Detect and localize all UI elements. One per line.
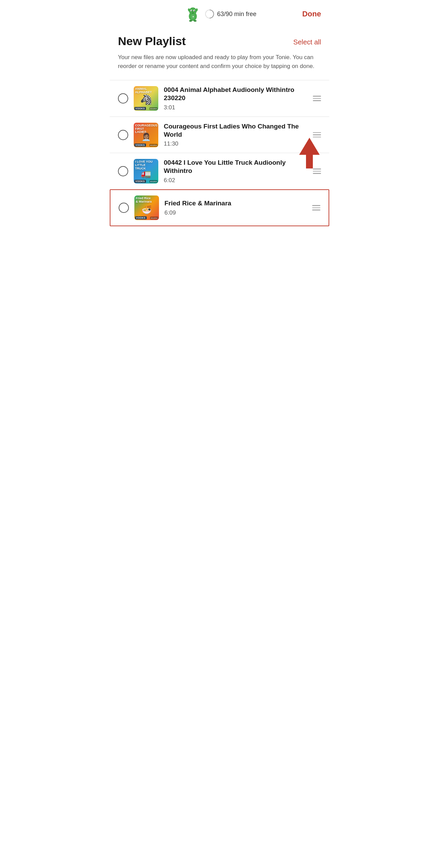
timer-text: 63/90 min free xyxy=(217,11,256,18)
select-all-button[interactable]: Select all xyxy=(293,37,321,48)
app-header: ★ 63/90 min free Done xyxy=(110,0,329,27)
track-duration: 6:02 xyxy=(164,177,307,184)
playlist-item: ANIMALALPHABET 🦓 VOOKS storytime 0004 An… xyxy=(110,80,329,117)
track-info: Fried Rice & Marinara 6:09 xyxy=(164,199,307,216)
track-select-radio[interactable] xyxy=(119,203,129,213)
playlist: ANIMALALPHABET 🦓 VOOKS storytime 0004 An… xyxy=(110,80,329,226)
timer-container: 63/90 min free xyxy=(205,9,256,19)
art-label: Fried Rice& Marinara xyxy=(136,197,158,204)
drag-handle[interactable] xyxy=(313,168,321,174)
playlist-item: COURAGEOUSFIRSTLADIES 👩🏽‍💼 VOOKS storyti… xyxy=(110,117,329,153)
tonie-mascot: ★ xyxy=(184,5,201,23)
drag-handle[interactable] xyxy=(313,132,321,138)
track-info: 0004 Animal Alphabet Audioonly Withintro… xyxy=(164,86,307,111)
track-info: Courageous First Ladies Who Changed The … xyxy=(164,122,307,148)
track-duration: 11:30 xyxy=(164,140,307,147)
album-art: ANIMALALPHABET 🦓 VOOKS storytime xyxy=(134,86,158,111)
svg-point-5 xyxy=(194,11,195,12)
svg-point-4 xyxy=(191,11,192,12)
vooks-badge: VOOKS xyxy=(134,144,146,147)
track-duration: 3:01 xyxy=(164,104,307,111)
svg-point-6 xyxy=(192,12,193,12)
vooks-badge: VOOKS xyxy=(135,216,147,219)
art-emoji: 🦓 xyxy=(140,94,152,105)
svg-text:★: ★ xyxy=(192,15,194,18)
track-title: 00442 I Love You Little Truck Audioonly … xyxy=(164,159,307,175)
track-title: 0004 Animal Alphabet Audioonly Withintro… xyxy=(164,86,307,102)
art-emoji: 👩🏽‍💼 xyxy=(142,133,151,141)
playlist-item: I LOVE YOULITTLETRUCK 🚛 VOOKS storytime … xyxy=(110,153,329,189)
track-info: 00442 I Love You Little Truck Audioonly … xyxy=(164,159,307,184)
header-center: ★ 63/90 min free xyxy=(184,5,256,23)
svg-point-12 xyxy=(194,20,196,22)
drag-handle[interactable] xyxy=(312,205,320,211)
track-title: Fried Rice & Marinara xyxy=(164,199,307,207)
album-art: COURAGEOUSFIRSTLADIES 👩🏽‍💼 VOOKS storyti… xyxy=(134,123,158,147)
page-header: New Playlist Select all xyxy=(110,27,329,53)
storytime-badge: storytime xyxy=(150,217,158,219)
art-emoji: 🚛 xyxy=(141,169,151,178)
drag-handle[interactable] xyxy=(313,96,321,101)
page-description: Your new files are now uploaded and read… xyxy=(110,53,329,80)
track-select-radio[interactable] xyxy=(118,93,128,104)
album-art: Fried Rice& Marinara 🍜 VOOKS storytime xyxy=(134,195,159,220)
storytime-badge: storytime xyxy=(149,107,158,110)
storytime-badge: storytime xyxy=(149,144,158,147)
track-select-radio[interactable] xyxy=(118,130,128,140)
vooks-badge: VOOKS xyxy=(134,107,146,110)
done-button[interactable]: Done xyxy=(302,8,321,20)
art-label: ANIMALALPHABET xyxy=(135,87,157,94)
svg-point-1 xyxy=(189,8,197,15)
page-title: New Playlist xyxy=(118,35,186,48)
playlist-item-highlighted: Fried Rice& Marinara 🍜 VOOKS storytime F… xyxy=(110,189,329,226)
timer-icon xyxy=(205,9,214,19)
art-emoji: 🍜 xyxy=(142,205,152,215)
svg-point-11 xyxy=(189,20,192,22)
album-art: I LOVE YOULITTLETRUCK 🚛 VOOKS storytime xyxy=(134,159,158,184)
track-duration: 6:09 xyxy=(164,209,307,216)
storytime-badge: storytime xyxy=(149,180,158,183)
drag-handle-wrapper xyxy=(307,168,321,174)
track-select-radio[interactable] xyxy=(118,166,128,176)
vooks-badge: VOOKS xyxy=(134,180,146,183)
track-title: Courageous First Ladies Who Changed The … xyxy=(164,122,307,139)
